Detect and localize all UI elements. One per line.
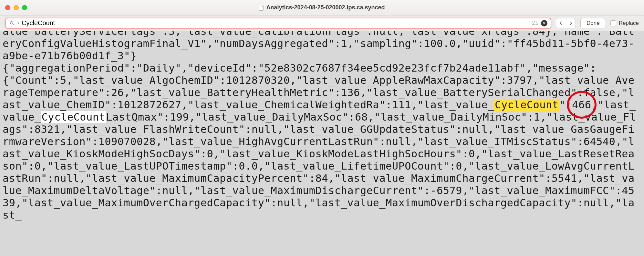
document-icon xyxy=(259,5,264,11)
maximize-window-button[interactable] xyxy=(22,5,27,10)
search-icon xyxy=(9,20,15,26)
svg-point-0 xyxy=(10,21,13,24)
text-fragment: ": xyxy=(559,99,572,111)
svg-line-1 xyxy=(13,24,14,25)
document-text: alue_batteryServiceFlags":3,"last_value_… xyxy=(3,31,640,221)
replace-toggle: Replace xyxy=(610,20,639,26)
search-input[interactable] xyxy=(22,19,529,27)
minimize-window-button[interactable] xyxy=(14,5,19,10)
text-fragment: {"aggregationPeriod":"Daily","deviceId":… xyxy=(3,62,596,74)
search-match: CycleCount xyxy=(41,111,106,123)
window-title: Analytics-2024-08-25-020002.ips.ca.synce… xyxy=(0,4,644,11)
search-match-active: CycleCount xyxy=(494,99,559,111)
replace-checkbox[interactable] xyxy=(610,20,616,26)
search-field[interactable]: ▾ 21 ✕ xyxy=(5,18,551,29)
find-prev-button[interactable] xyxy=(556,18,566,28)
find-bar: ▾ 21 ✕ Done Replace xyxy=(0,15,644,31)
clear-search-button[interactable]: ✕ xyxy=(541,20,547,26)
done-button[interactable]: Done xyxy=(580,18,606,28)
window-title-text: Analytics-2024-08-25-020002.ips.ca.synce… xyxy=(266,4,385,11)
text-fragment: alue_batteryServiceFlags":3,"last_value_… xyxy=(3,31,635,62)
traffic-lights xyxy=(5,5,27,10)
text-content-area[interactable]: alue_batteryServiceFlags":3,"last_value_… xyxy=(0,31,644,256)
match-count: 21 xyxy=(532,20,538,26)
window-titlebar: Analytics-2024-08-25-020002.ips.ca.synce… xyxy=(0,0,644,15)
replace-label: Replace xyxy=(619,20,639,26)
close-window-button[interactable] xyxy=(5,5,10,10)
cycle-count-value: 466 xyxy=(572,99,591,111)
search-options-chevron-icon[interactable]: ▾ xyxy=(17,21,19,25)
text-fragment: LastQmax":199,"last_value_DailyMaxSoc":6… xyxy=(3,111,636,221)
find-next-button[interactable] xyxy=(566,18,576,28)
find-nav-buttons xyxy=(556,18,576,28)
